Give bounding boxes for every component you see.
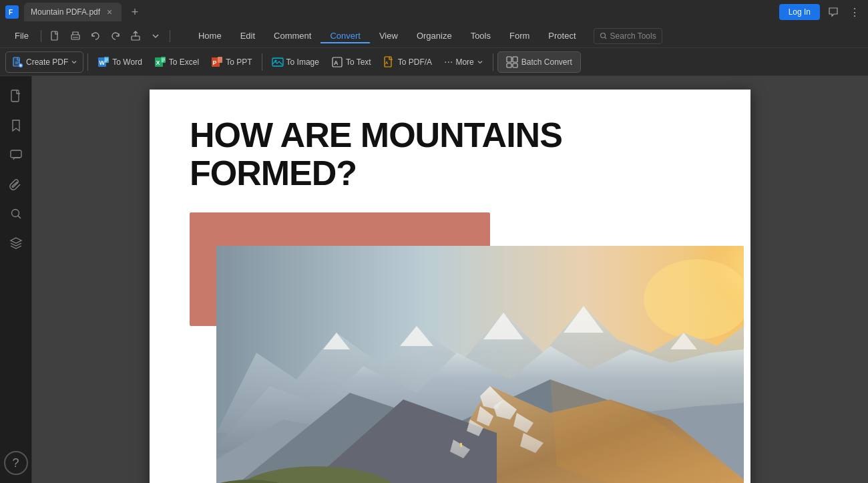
sidebar-layers-icon[interactable]: [4, 231, 28, 255]
pdf-content-area: [150, 212, 750, 483]
print-icon[interactable]: [67, 27, 84, 45]
sidebar-document-icon[interactable]: [4, 84, 28, 108]
message-icon[interactable]: [825, 4, 841, 20]
sidebar-attachment-icon[interactable]: [4, 172, 28, 196]
to-text-icon: A: [331, 56, 343, 68]
batch-convert-button[interactable]: Batch Convert: [497, 51, 581, 73]
svg-point-30: [11, 210, 19, 217]
menu-convert[interactable]: Convert: [320, 28, 370, 43]
sidebar-help-button[interactable]: ?: [4, 451, 28, 475]
new-document-icon[interactable]: [47, 27, 64, 45]
menu-file[interactable]: File: [8, 28, 35, 43]
to-word-icon: W: [97, 56, 110, 68]
svg-rect-28: [11, 90, 19, 102]
to-ppt-button[interactable]: P To PPT: [206, 51, 257, 73]
menu-form[interactable]: Form: [500, 28, 539, 43]
app-icon: F: [5, 5, 19, 19]
svg-text:P: P: [213, 59, 217, 66]
menu-home[interactable]: Home: [189, 28, 231, 43]
pdf-page: HOW ARE MOUNTAINS FORMED?: [150, 90, 750, 483]
to-ppt-label: To PPT: [226, 57, 252, 67]
menu-comment[interactable]: Comment: [264, 28, 320, 43]
to-word-button[interactable]: W To Word: [92, 51, 147, 73]
toolbar-sep-3: [493, 53, 493, 71]
to-image-label: To Image: [286, 57, 319, 67]
to-excel-label: To Excel: [169, 57, 199, 67]
more-button[interactable]: ··· More: [439, 51, 489, 73]
mountain-image: [216, 246, 744, 483]
menu-organize[interactable]: Organize: [407, 28, 461, 43]
titlebar: F Mountain PDFA.pdf × + Log In ⋮: [0, 0, 868, 24]
svg-rect-14: [161, 57, 166, 63]
svg-point-5: [600, 33, 605, 37]
svg-rect-57: [216, 246, 744, 483]
svg-rect-17: [218, 57, 222, 63]
search-tools-icon: [600, 32, 608, 40]
to-image-icon: [272, 56, 284, 68]
to-ppt-icon: P: [211, 56, 223, 68]
to-text-label: To Text: [346, 57, 371, 67]
svg-rect-26: [507, 63, 511, 67]
svg-text:A: A: [334, 59, 339, 66]
redo-icon[interactable]: [107, 27, 124, 45]
to-pdfa-button[interactable]: A To PDF/A: [378, 51, 437, 73]
menu-edit[interactable]: Edit: [231, 28, 264, 43]
sidebar-search-icon[interactable]: [4, 202, 28, 226]
svg-rect-24: [507, 57, 511, 62]
more-label: More: [455, 57, 473, 67]
document-title: HOW ARE MOUNTAINS FORMED?: [150, 90, 750, 212]
toolbar-sep-1: [87, 53, 88, 71]
sidebar-bookmark-icon[interactable]: [4, 114, 28, 138]
titlebar-controls: Log In ⋮: [779, 4, 863, 20]
toolbar-sep-2: [262, 53, 262, 71]
active-tab[interactable]: Mountain PDFA.pdf ×: [24, 3, 122, 21]
to-excel-button[interactable]: X To Excel: [149, 51, 204, 73]
document-canvas: HOW ARE MOUNTAINS FORMED?: [32, 76, 868, 483]
search-tools[interactable]: Search Tools: [594, 28, 662, 44]
nav-menu: Home Edit Comment Convert View Organize …: [189, 28, 586, 43]
search-tools-label: Search Tools: [610, 31, 656, 41]
more-dropdown-icon: [477, 59, 483, 65]
login-button[interactable]: Log In: [779, 4, 820, 20]
sidebar-comment-icon[interactable]: [4, 143, 28, 167]
to-text-button[interactable]: A To Text: [326, 51, 377, 73]
tab-close-button[interactable]: ×: [104, 7, 115, 17]
sidebar: ?: [0, 76, 32, 483]
main-area: ? HOW ARE MOUNTAINS FORMED?: [0, 76, 868, 483]
batch-convert-label: Batch Convert: [521, 57, 572, 67]
more-menu-icon[interactable]: ⋮: [847, 4, 863, 20]
undo-icon[interactable]: [87, 27, 104, 45]
to-word-label: To Word: [112, 57, 142, 67]
create-pdf-dropdown-icon: [71, 59, 77, 65]
chevron-down-icon[interactable]: [147, 27, 164, 45]
tab-label: Mountain PDFA.pdf: [31, 7, 100, 17]
svg-rect-29: [11, 150, 21, 158]
menu-separator-1: [41, 30, 41, 42]
create-pdf-button[interactable]: Create PDF: [5, 51, 83, 73]
svg-rect-27: [513, 63, 517, 67]
pdf-wrapper: HOW ARE MOUNTAINS FORMED?: [150, 90, 750, 483]
create-pdf-label: Create PDF: [26, 57, 68, 67]
svg-rect-2: [51, 31, 57, 40]
svg-text:X: X: [156, 59, 160, 66]
create-pdf-icon: [11, 56, 23, 68]
to-excel-icon: X: [154, 56, 166, 68]
svg-rect-25: [513, 57, 517, 62]
menu-view[interactable]: View: [370, 28, 407, 43]
menu-separator-2: [170, 30, 170, 42]
menu-protect[interactable]: Protect: [539, 28, 585, 43]
svg-text:A: A: [385, 61, 389, 65]
to-image-button[interactable]: To Image: [266, 51, 324, 73]
svg-rect-11: [104, 57, 109, 63]
batch-convert-icon: [506, 56, 518, 68]
to-pdfa-label: To PDF/A: [398, 57, 432, 67]
new-tab-button[interactable]: +: [127, 4, 143, 20]
to-pdfa-icon: A: [383, 56, 395, 68]
share-icon[interactable]: [127, 27, 144, 45]
toolbar: Create PDF W To Word X To Excel: [0, 48, 868, 76]
mountain-svg: [216, 246, 744, 483]
more-dots-icon: ···: [444, 56, 453, 68]
menu-tools[interactable]: Tools: [461, 28, 500, 43]
menubar: File Home Edit Comment Convert View Orga…: [0, 24, 868, 48]
svg-text:F: F: [9, 9, 13, 16]
